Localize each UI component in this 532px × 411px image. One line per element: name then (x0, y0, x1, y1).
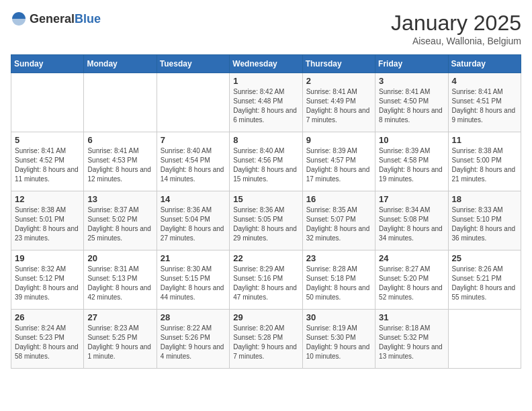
day-number: 8 (233, 135, 298, 145)
calendar-cell: 19Sunrise: 8:32 AM Sunset: 5:12 PM Dayli… (11, 250, 84, 310)
day-number: 27 (87, 312, 152, 322)
day-number: 14 (161, 194, 226, 204)
day-info: Sunrise: 8:33 AM Sunset: 5:10 PM Dayligh… (452, 205, 517, 243)
calendar-cell: 22Sunrise: 8:29 AM Sunset: 5:16 PM Dayli… (230, 250, 302, 310)
weekday-header-monday: Monday (84, 55, 157, 73)
day-number: 29 (233, 312, 298, 322)
calendar-cell: 29Sunrise: 8:20 AM Sunset: 5:28 PM Dayli… (230, 310, 302, 369)
calendar-cell: 26Sunrise: 8:24 AM Sunset: 5:23 PM Dayli… (11, 310, 84, 369)
day-info: Sunrise: 8:38 AM Sunset: 5:01 PM Dayligh… (15, 205, 80, 243)
day-number: 22 (233, 253, 298, 263)
calendar-cell: 4Sunrise: 8:41 AM Sunset: 4:51 PM Daylig… (448, 73, 521, 132)
weekday-header-wednesday: Wednesday (230, 55, 302, 73)
calendar-cell: 25Sunrise: 8:26 AM Sunset: 5:21 PM Dayli… (448, 250, 521, 310)
day-info: Sunrise: 8:41 AM Sunset: 4:50 PM Dayligh… (379, 87, 444, 125)
calendar-week-5: 26Sunrise: 8:24 AM Sunset: 5:23 PM Dayli… (11, 310, 521, 369)
page-header: GeneralBlue January 2025 Aiseau, Walloni… (11, 11, 521, 46)
calendar-cell: 24Sunrise: 8:27 AM Sunset: 5:20 PM Dayli… (375, 250, 448, 310)
calendar-cell: 2Sunrise: 8:41 AM Sunset: 4:49 PM Daylig… (302, 73, 375, 132)
day-info: Sunrise: 8:31 AM Sunset: 5:13 PM Dayligh… (87, 265, 152, 302)
day-number: 5 (15, 135, 80, 145)
day-info: Sunrise: 8:36 AM Sunset: 5:05 PM Dayligh… (233, 205, 298, 243)
day-number: 10 (379, 135, 444, 145)
calendar-cell: 7Sunrise: 8:40 AM Sunset: 4:54 PM Daylig… (157, 132, 229, 191)
weekday-header-row: SundayMondayTuesdayWednesdayThursdayFrid… (11, 55, 521, 73)
day-number: 11 (452, 135, 517, 145)
logo: GeneralBlue (11, 11, 101, 27)
weekday-header-tuesday: Tuesday (157, 55, 229, 73)
day-number: 1 (233, 76, 298, 86)
day-number: 21 (161, 253, 226, 263)
day-number: 4 (452, 76, 517, 86)
day-info: Sunrise: 8:30 AM Sunset: 5:15 PM Dayligh… (161, 265, 226, 302)
calendar-cell: 15Sunrise: 8:36 AM Sunset: 5:05 PM Dayli… (230, 191, 302, 250)
calendar-cell: 6Sunrise: 8:41 AM Sunset: 4:53 PM Daylig… (84, 132, 157, 191)
calendar-cell: 8Sunrise: 8:40 AM Sunset: 4:56 PM Daylig… (230, 132, 302, 191)
day-info: Sunrise: 8:34 AM Sunset: 5:08 PM Dayligh… (379, 205, 444, 243)
day-info: Sunrise: 8:42 AM Sunset: 4:48 PM Dayligh… (233, 87, 298, 125)
logo-text: GeneralBlue (30, 12, 101, 26)
day-number: 26 (15, 312, 80, 322)
calendar-cell: 30Sunrise: 8:19 AM Sunset: 5:30 PM Dayli… (302, 310, 375, 369)
day-number: 17 (379, 194, 444, 204)
day-info: Sunrise: 8:19 AM Sunset: 5:30 PM Dayligh… (306, 324, 371, 361)
calendar-cell: 13Sunrise: 8:37 AM Sunset: 5:02 PM Dayli… (84, 191, 157, 250)
day-number: 13 (87, 194, 152, 204)
calendar-cell: 12Sunrise: 8:38 AM Sunset: 5:01 PM Dayli… (11, 191, 84, 250)
day-number: 31 (379, 312, 444, 322)
calendar-cell: 16Sunrise: 8:35 AM Sunset: 5:07 PM Dayli… (302, 191, 375, 250)
day-info: Sunrise: 8:41 AM Sunset: 4:49 PM Dayligh… (306, 87, 371, 125)
day-info: Sunrise: 8:37 AM Sunset: 5:02 PM Dayligh… (87, 205, 152, 243)
calendar-cell: 10Sunrise: 8:39 AM Sunset: 4:58 PM Dayli… (375, 132, 448, 191)
day-info: Sunrise: 8:22 AM Sunset: 5:26 PM Dayligh… (161, 324, 226, 361)
location: Aiseau, Wallonia, Belgium (391, 36, 521, 46)
day-number: 25 (452, 253, 517, 263)
day-number: 16 (306, 194, 371, 204)
calendar-cell: 21Sunrise: 8:30 AM Sunset: 5:15 PM Dayli… (157, 250, 229, 310)
day-info: Sunrise: 8:41 AM Sunset: 4:53 PM Dayligh… (87, 146, 152, 184)
day-info: Sunrise: 8:26 AM Sunset: 5:21 PM Dayligh… (452, 265, 517, 302)
calendar-week-4: 19Sunrise: 8:32 AM Sunset: 5:12 PM Dayli… (11, 250, 521, 310)
weekday-header-sunday: Sunday (11, 55, 84, 73)
calendar-cell: 20Sunrise: 8:31 AM Sunset: 5:13 PM Dayli… (84, 250, 157, 310)
day-number: 7 (161, 135, 226, 145)
title-block: January 2025 Aiseau, Wallonia, Belgium (391, 11, 521, 46)
calendar-week-2: 5Sunrise: 8:41 AM Sunset: 4:52 PM Daylig… (11, 132, 521, 191)
calendar-cell: 23Sunrise: 8:28 AM Sunset: 5:18 PM Dayli… (302, 250, 375, 310)
day-info: Sunrise: 8:35 AM Sunset: 5:07 PM Dayligh… (306, 205, 371, 243)
day-info: Sunrise: 8:23 AM Sunset: 5:25 PM Dayligh… (87, 324, 152, 361)
day-info: Sunrise: 8:40 AM Sunset: 4:56 PM Dayligh… (233, 146, 298, 184)
calendar-cell: 27Sunrise: 8:23 AM Sunset: 5:25 PM Dayli… (84, 310, 157, 369)
calendar-cell: 18Sunrise: 8:33 AM Sunset: 5:10 PM Dayli… (448, 191, 521, 250)
day-number: 2 (306, 76, 371, 86)
calendar-cell (157, 73, 229, 132)
calendar-cell (448, 310, 521, 369)
calendar-cell: 3Sunrise: 8:41 AM Sunset: 4:50 PM Daylig… (375, 73, 448, 132)
day-number: 23 (306, 253, 371, 263)
calendar-cell: 11Sunrise: 8:38 AM Sunset: 5:00 PM Dayli… (448, 132, 521, 191)
day-info: Sunrise: 8:40 AM Sunset: 4:54 PM Dayligh… (161, 146, 226, 184)
calendar-cell: 28Sunrise: 8:22 AM Sunset: 5:26 PM Dayli… (157, 310, 229, 369)
day-number: 15 (233, 194, 298, 204)
calendar-cell (11, 73, 84, 132)
weekday-header-thursday: Thursday (302, 55, 375, 73)
calendar-cell (84, 73, 157, 132)
weekday-header-saturday: Saturday (448, 55, 521, 73)
day-number: 12 (15, 194, 80, 204)
day-number: 30 (306, 312, 371, 322)
logo-icon (11, 11, 27, 27)
day-info: Sunrise: 8:29 AM Sunset: 5:16 PM Dayligh… (233, 265, 298, 302)
calendar-week-3: 12Sunrise: 8:38 AM Sunset: 5:01 PM Dayli… (11, 191, 521, 250)
calendar-cell: 5Sunrise: 8:41 AM Sunset: 4:52 PM Daylig… (11, 132, 84, 191)
day-info: Sunrise: 8:39 AM Sunset: 4:57 PM Dayligh… (306, 146, 371, 184)
month-title: January 2025 (391, 11, 521, 36)
day-info: Sunrise: 8:20 AM Sunset: 5:28 PM Dayligh… (233, 324, 298, 361)
logo-general: GeneralBlue (30, 12, 101, 26)
day-number: 3 (379, 76, 444, 86)
calendar-cell: 9Sunrise: 8:39 AM Sunset: 4:57 PM Daylig… (302, 132, 375, 191)
day-info: Sunrise: 8:41 AM Sunset: 4:51 PM Dayligh… (452, 87, 517, 125)
calendar-cell: 17Sunrise: 8:34 AM Sunset: 5:08 PM Dayli… (375, 191, 448, 250)
day-info: Sunrise: 8:24 AM Sunset: 5:23 PM Dayligh… (15, 324, 80, 361)
day-info: Sunrise: 8:36 AM Sunset: 5:04 PM Dayligh… (161, 205, 226, 243)
day-info: Sunrise: 8:39 AM Sunset: 4:58 PM Dayligh… (379, 146, 444, 184)
